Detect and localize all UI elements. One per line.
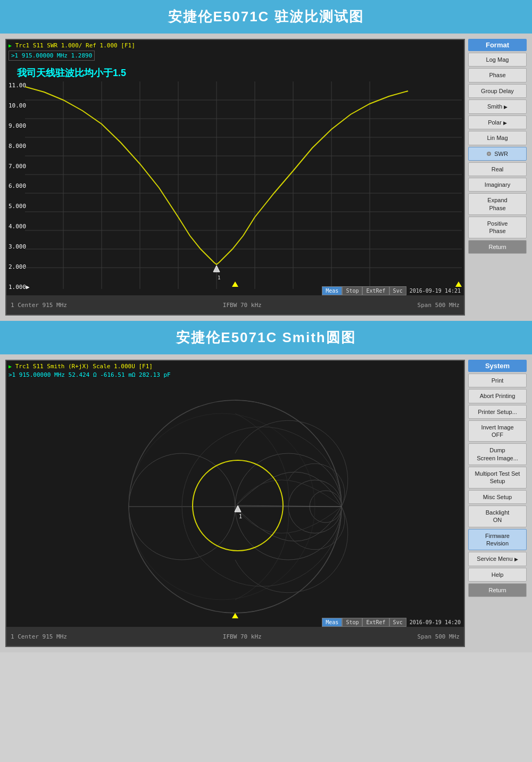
- chart2-bottom-right: Span 500 MHz: [418, 633, 460, 640]
- chart2-triangle-center: [232, 613, 238, 618]
- btn-printer-setup[interactable]: Printer Setup...: [468, 405, 527, 419]
- bottom-triangle-center: [232, 281, 238, 287]
- status-meas[interactable]: Meas: [322, 286, 342, 295]
- btn-return1[interactable]: Return: [468, 240, 527, 254]
- chart1-bottom-right: Span 500 MHz: [418, 302, 460, 309]
- btn-polar[interactable]: Polar ▶: [468, 115, 527, 130]
- chart2-status-time: 2016-09-19 14:20: [406, 618, 464, 626]
- chart1-area: ▶ Trc1 S11 SWR 1.000/ Ref 1.000 [F1] >1 …: [5, 39, 465, 316]
- chart2-marker-info: >1 915.00000 MHz 52.424 Ω -616.51 mΩ 282…: [9, 371, 171, 378]
- chart2-bottom-left: 1 Center 915 MHz: [11, 633, 67, 640]
- btn-invert-image[interactable]: Invert ImageOFF: [468, 420, 527, 442]
- panel1-container: ▶ Trc1 S11 SWR 1.000/ Ref 1.000 [F1] >1 …: [0, 34, 532, 321]
- btn-service-menu[interactable]: Service Menu ▶: [468, 552, 527, 566]
- panel2-label: System: [468, 360, 527, 372]
- chart1-bottom-left: 1 Center 915 MHz: [11, 302, 67, 309]
- svg-text:1: 1: [218, 275, 220, 280]
- right-panel1: Format Log Mag Phase Group Delay Smith ▶…: [468, 39, 527, 316]
- chart1-status-bar: Meas Stop ExtRef Svc 2016-09-19 14:21: [322, 286, 464, 295]
- chart2-header: ▶ Trc1 S11 Smith (R+jX) Scale 1.000U [F1…: [9, 363, 153, 370]
- btn-return2[interactable]: Return: [468, 583, 527, 597]
- panel1-label: Format: [468, 39, 527, 51]
- chart2-status-extref[interactable]: ExtRef: [362, 618, 389, 627]
- btn-help[interactable]: Help: [468, 568, 527, 582]
- svg-marker-19: [213, 266, 220, 272]
- chart2-status-stop[interactable]: Stop: [342, 618, 362, 627]
- btn-positive-phase[interactable]: PositivePhase: [468, 217, 527, 238]
- section1-header: 安捷伦E5071C 驻波比测试图: [0, 0, 532, 34]
- section2-header: 安捷伦E5071C Smith圆图: [0, 321, 532, 354]
- btn-lin-mag[interactable]: Lin Mag: [468, 131, 527, 145]
- svg-text:1: 1: [239, 513, 242, 519]
- chart2-status-svc[interactable]: Svc: [389, 618, 406, 627]
- btn-print[interactable]: Print: [468, 374, 527, 387]
- btn-misc-setup[interactable]: Misc Setup: [468, 490, 527, 504]
- chart2-status-meas[interactable]: Meas: [322, 618, 342, 627]
- status-svc[interactable]: Svc: [389, 286, 406, 295]
- chart1-bottom-bar: 1 Center 915 MHz IFBW 70 kHz Span 500 MH…: [6, 295, 464, 314]
- btn-imaginary[interactable]: Imaginary: [468, 178, 527, 192]
- btn-dump-screen[interactable]: DumpScreen Image...: [468, 443, 527, 465]
- chart2-area: ▶ Trc1 S11 Smith (R+jX) Scale 1.000U [F1…: [5, 360, 465, 647]
- btn-firmware-revision[interactable]: FirmwareRevision: [468, 529, 527, 551]
- status-extref[interactable]: ExtRef: [362, 286, 389, 295]
- smith-chart-svg: 1: [6, 384, 464, 629]
- btn-multiport[interactable]: Multiport Test SetSetup: [468, 467, 527, 488]
- btn-smith[interactable]: Smith ▶: [468, 100, 527, 114]
- chart1-header: ▶ Trc1 S11 SWR 1.000/ Ref 1.000 [F1]: [9, 42, 135, 49]
- chart2-status-bar: Meas Stop ExtRef Svc 2016-09-19 14:20: [322, 618, 464, 627]
- btn-backlight[interactable]: BacklightON: [468, 506, 527, 527]
- status-stop[interactable]: Stop: [342, 286, 362, 295]
- panel2-container: ▶ Trc1 S11 Smith (R+jX) Scale 1.000U [F1…: [0, 354, 532, 652]
- btn-log-mag[interactable]: Log Mag: [468, 53, 527, 67]
- btn-abort-printing[interactable]: Abort Printing: [468, 389, 527, 403]
- play-icon: ▶: [9, 43, 12, 48]
- chart1-annotation: 我司天线驻波比均小于1.5: [17, 67, 126, 79]
- btn-group-delay[interactable]: Group Delay: [468, 84, 527, 98]
- chart2-bottom-bar: 1 Center 915 MHz IFBW 70 kHz Span 500 MH…: [6, 627, 464, 646]
- chart1-bottom-center: IFBW 70 kHz: [67, 302, 418, 309]
- right-panel2: System Print Abort Printing Printer Setu…: [468, 360, 527, 647]
- play-icon2: ▶: [9, 363, 12, 369]
- btn-expand-phase[interactable]: ExpandPhase: [468, 193, 527, 215]
- status-time: 2016-09-19 14:21: [406, 287, 464, 295]
- chart1-marker-info: >1 915.00000 MHz 1.2890: [9, 51, 95, 61]
- btn-real[interactable]: Real: [468, 162, 527, 176]
- btn-phase[interactable]: Phase: [468, 68, 527, 82]
- swr-dot: [487, 152, 491, 156]
- chart2-bottom-center: IFBW 70 kHz: [67, 633, 418, 640]
- btn-swr[interactable]: SWR: [468, 147, 527, 161]
